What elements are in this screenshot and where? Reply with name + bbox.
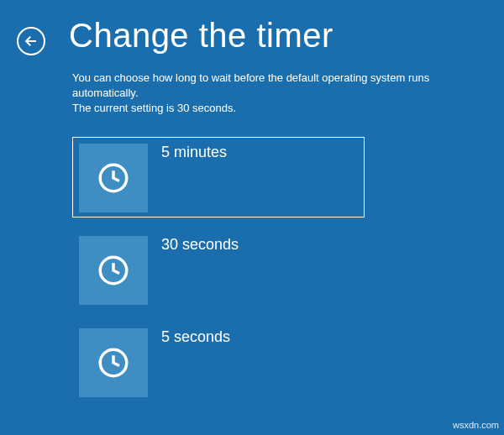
option-tile — [79, 328, 148, 397]
option-tile — [79, 236, 148, 305]
clock-icon — [96, 345, 131, 380]
arrow-left-icon — [24, 34, 39, 49]
back-button[interactable] — [17, 27, 45, 55]
description-line1: You can choose how long to wait before t… — [72, 71, 429, 99]
clock-icon — [96, 160, 131, 196]
clock-icon — [96, 253, 131, 288]
option-tile — [79, 144, 148, 212]
option-5-seconds[interactable]: 5 seconds — [72, 322, 365, 402]
option-label: 5 seconds — [161, 328, 230, 346]
option-30-seconds[interactable]: 30 seconds — [72, 229, 365, 310]
option-5-minutes[interactable]: 5 minutes — [72, 137, 365, 218]
option-label: 30 seconds — [161, 236, 239, 254]
description: You can choose how long to wait before t… — [72, 71, 459, 117]
option-label: 5 minutes — [161, 144, 227, 161]
timer-options: 5 minutes 30 seconds 5 seconds — [72, 137, 504, 402]
watermark: wsxdn.com — [453, 420, 499, 430]
description-line2: The current setting is 30 seconds. — [72, 102, 236, 114]
page-title: Change the timer — [69, 17, 333, 55]
